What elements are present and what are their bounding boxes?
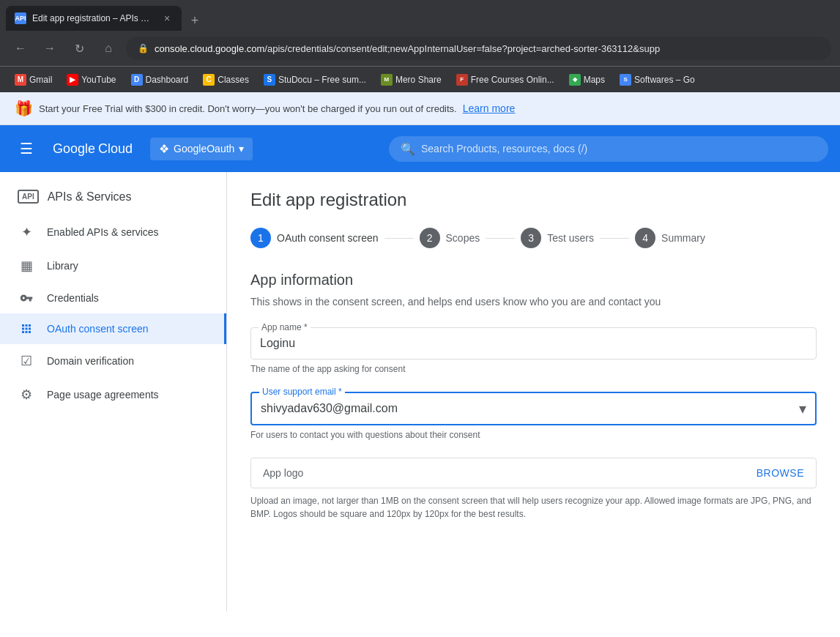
active-tab[interactable]: API Edit app registration – APIs & Se × xyxy=(6,6,182,31)
forward-button[interactable]: → xyxy=(38,37,62,60)
connector-1-2 xyxy=(384,238,414,239)
library-icon: ▦ xyxy=(18,258,35,274)
sidebar-item-oauth-consent-label: OAuth consent screen xyxy=(47,323,149,335)
section-description: This shows in the consent screen, and he… xyxy=(250,294,817,310)
banner-text: Start your Free Trial with $300 in credi… xyxy=(39,103,457,114)
enabled-apis-icon: ✦ xyxy=(18,224,35,240)
bookmark-youtube[interactable]: ▶ YouTube xyxy=(61,71,122,89)
app-name-input[interactable] xyxy=(260,334,807,353)
google-text: Google xyxy=(53,141,95,157)
softwares-icon: S xyxy=(620,74,631,86)
youtube-icon: ▶ xyxy=(67,74,78,86)
page-title: Edit app registration xyxy=(250,190,817,210)
sidebar-item-oauth-consent[interactable]: OAuth consent screen xyxy=(0,313,226,344)
bookmark-youtube-label: YouTube xyxy=(81,75,116,85)
app-logo-container: App logo BROWSE xyxy=(250,458,817,488)
freecourses-icon: F xyxy=(456,74,468,86)
browse-button[interactable]: BROWSE xyxy=(757,467,804,479)
learn-more-link[interactable]: Learn more xyxy=(463,103,516,114)
user-support-email-dropdown[interactable]: shivyadav630@gmail.com ▾ xyxy=(261,399,806,418)
step-3-circle: 3 xyxy=(521,228,541,248)
bookmark-maps[interactable]: ◆ Maps xyxy=(563,71,611,89)
hamburger-menu-button[interactable]: ☰ xyxy=(12,134,41,163)
search-bar[interactable]: 🔍 Search Products, resources, docs (/) xyxy=(389,136,828,162)
user-support-email-container[interactable]: User support email * shivyadav630@gmail.… xyxy=(250,392,817,425)
sidebar-header: API APIs & Services xyxy=(0,178,226,215)
tab-title: Edit app registration – APIs & Se xyxy=(32,13,155,23)
api-badge: API xyxy=(18,190,39,204)
sidebar-item-credentials-label: Credentials xyxy=(47,292,99,304)
step-1-label: OAuth consent screen xyxy=(277,232,379,244)
bookmark-studocu-label: StuDocu – Free sum... xyxy=(278,75,366,85)
project-name: GoogleOauth xyxy=(174,143,234,154)
browser-chrome: API Edit app registration – APIs & Se × … xyxy=(0,0,840,611)
address-input[interactable]: 🔒 console.cloud.google.com/apis/credenti… xyxy=(126,37,831,60)
credentials-icon xyxy=(18,291,35,305)
cloud-text: Cloud xyxy=(98,141,133,157)
step-4: 4 Summary xyxy=(635,228,705,248)
step-2-label: Scopes xyxy=(446,232,480,244)
sidebar-title: APIs & Services xyxy=(48,190,132,204)
sidebar-item-library[interactable]: ▦ Library xyxy=(0,249,226,283)
free-trial-banner: 🎁 Start your Free Trial with $300 in cre… xyxy=(0,92,840,125)
app-name-container[interactable]: App name * xyxy=(250,327,817,360)
dashboard-icon: D xyxy=(131,74,143,86)
domain-verification-icon: ☑ xyxy=(18,353,35,369)
gift-icon: 🎁 xyxy=(15,100,33,117)
bookmark-gmail[interactable]: M Gmail xyxy=(9,71,58,89)
app-name-field: App name * The name of the app asking fo… xyxy=(250,327,817,374)
user-support-email-field: User support email * shivyadav630@gmail.… xyxy=(250,392,817,440)
home-button[interactable]: ⌂ xyxy=(97,37,120,60)
project-dropdown-arrow-icon: ▾ xyxy=(239,143,244,154)
bookmark-dashboard-label: Dashboard xyxy=(146,75,189,85)
sidebar-item-page-usage-label: Page usage agreements xyxy=(47,389,159,401)
address-url: console.cloud.google.com/apis/credential… xyxy=(155,43,660,54)
sidebar-item-domain-verification[interactable]: ☑ Domain verification xyxy=(0,344,226,378)
gcp-header: ☰ Google Cloud ❖ GoogleOauth ▾ 🔍 Search … xyxy=(0,125,840,172)
bookmark-maps-label: Maps xyxy=(584,75,605,85)
page-usage-icon: ⚙ xyxy=(18,387,35,403)
app-logo-label: App logo xyxy=(263,467,303,479)
connector-2-3 xyxy=(486,238,515,239)
connector-3-4 xyxy=(600,238,629,239)
app-logo-field: App logo BROWSE Upload an image, not lar… xyxy=(250,458,817,521)
studocu-icon: S xyxy=(264,74,275,86)
bookmark-softwares-label: Softwares – Go xyxy=(634,75,695,85)
sidebar-item-library-label: Library xyxy=(47,260,78,272)
tab-bar: API Edit app registration – APIs & Se × … xyxy=(0,0,840,31)
main-layout: API APIs & Services ✦ Enabled APIs & ser… xyxy=(0,172,840,611)
bookmark-freecourses[interactable]: F Free Courses Onlin... xyxy=(450,71,560,89)
maps-icon: ◆ xyxy=(569,74,581,86)
gcp-logo[interactable]: Google Cloud xyxy=(53,141,133,157)
step-1: 1 OAuth consent screen xyxy=(250,228,379,248)
bookmark-meroshare-label: Mero Share xyxy=(395,75,442,85)
bookmark-dashboard[interactable]: D Dashboard xyxy=(125,71,195,89)
bookmark-studocu[interactable]: S StuDocu – Free sum... xyxy=(258,71,372,89)
project-icon: ❖ xyxy=(159,142,169,156)
search-icon: 🔍 xyxy=(401,142,415,156)
back-button[interactable]: ← xyxy=(9,37,32,60)
tab-favicon: API xyxy=(15,12,26,24)
address-bar: ← → ↻ ⌂ 🔒 console.cloud.google.com/apis/… xyxy=(0,31,840,66)
bookmark-classes[interactable]: C Classes xyxy=(197,71,255,89)
section-title: App information xyxy=(250,272,817,288)
project-selector[interactable]: ❖ GoogleOauth ▾ xyxy=(150,138,253,160)
meroshare-icon: M xyxy=(381,74,393,86)
bookmark-gmail-label: Gmail xyxy=(29,75,52,85)
user-support-email-value: shivyadav630@gmail.com xyxy=(261,399,398,418)
sidebar-item-page-usage[interactable]: ⚙ Page usage agreements xyxy=(0,378,226,411)
step-1-circle: 1 xyxy=(250,228,271,248)
bookmark-meroshare[interactable]: M Mero Share xyxy=(375,71,447,89)
search-placeholder: Search Products, resources, docs (/) xyxy=(421,143,587,154)
sidebar-item-enabled-apis[interactable]: ✦ Enabled APIs & services xyxy=(0,215,226,249)
app-logo-hint: Upload an image, not larger than 1MB on … xyxy=(250,494,817,521)
sidebar-item-enabled-apis-label: Enabled APIs & services xyxy=(47,226,159,238)
app-name-label: App name * xyxy=(259,322,311,332)
bookmark-softwares[interactable]: S Softwares – Go xyxy=(614,71,701,89)
bookmark-freecourses-label: Free Courses Onlin... xyxy=(471,75,554,85)
user-support-email-hint: For users to contact you with questions … xyxy=(250,430,817,440)
sidebar-item-credentials[interactable]: Credentials xyxy=(0,283,226,313)
tab-close-button[interactable]: × xyxy=(161,12,173,24)
refresh-button[interactable]: ↻ xyxy=(67,37,91,60)
new-tab-button[interactable]: + xyxy=(185,10,205,31)
